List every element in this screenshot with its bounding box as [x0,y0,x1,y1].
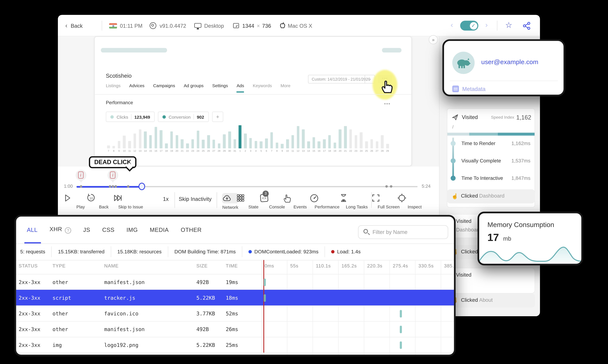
chart-bar-slot: 23 [190,124,195,153]
metadata-row[interactable]: Metadata [452,86,486,92]
network-tab-img[interactable]: IMG [127,226,138,233]
request-row[interactable]: 2xx-3xxotherfavicon.ico3.77KB52ms [16,306,454,321]
collapse-sidebar-icon[interactable]: » [429,35,438,44]
inspect-button[interactable]: Inspect [397,193,432,209]
chart-bar [218,143,220,148]
chart-x-label: 27 [376,150,378,153]
chart-bar [181,139,183,148]
page-tab-more[interactable]: More [281,83,290,92]
waterfall-tick: 220.3s [367,263,382,268]
request-row[interactable]: 2xx-3xxothermanifest.json492B26ms [16,321,454,337]
chart-bar [270,132,273,148]
chart-bar [370,139,373,148]
chart-bar-slot: 28 [380,124,385,153]
chart-bar [197,130,199,148]
speed-index-value: 1,162 [516,114,531,120]
request-row[interactable]: 2xx-3xxscripttracker.js5.22KB18ms [16,290,454,305]
page-tab-ads[interactable]: Ads [237,83,244,92]
autoplay-toggle[interactable]: ✓ [460,21,478,31]
chart-x-label: 12 [133,150,136,153]
metric-chip-clicks[interactable]: Clicks123,949 [106,112,155,122]
network-stat: 15.15KB: transferred [52,246,111,257]
date-range-dropdown[interactable]: Custom: 14/12/2019 - 21/01/2020 ⌄ [308,75,375,83]
network-stat: 5: requests [16,246,52,257]
network-tab-xhr[interactable]: XHR? [50,226,71,234]
metric-value: 123,949 [134,114,150,119]
stat-text: 15.18KB: resources [117,246,162,257]
back-button[interactable]: Back [71,23,83,29]
event-item-clicked[interactable]: ☝ClickedDashboard [447,189,535,203]
request-row[interactable]: 2xx-3xximglogo192.png5.22KB25ms [16,337,454,352]
chart-x-label: 20 [176,150,178,153]
user-card[interactable]: user@example.com Metadata [442,39,565,96]
skip-to-issue-button[interactable]: Skip to Issue [113,193,148,209]
chart-bar [149,135,152,148]
page-tab-campaigns[interactable]: Campaigns [153,83,175,92]
network-tab-other[interactable]: OTHER [181,226,202,233]
page-tab-ad-groups[interactable]: Ad groups [184,83,204,92]
request-cell: favicon.ico [104,310,139,317]
favorite-star-icon[interactable]: ☆ [505,20,512,30]
next-session-icon[interactable]: › [485,21,488,29]
page-tab-keywords[interactable]: Keywords [253,83,272,92]
waterfall-tick: 0ms [265,263,274,268]
network-tab-css[interactable]: CSS [102,226,115,233]
chart-bar [112,146,115,148]
divider [16,260,454,260]
add-metric-button[interactable]: + [212,112,223,122]
network-tab-js[interactable]: JS [83,226,90,233]
waterfall-bar [400,326,402,333]
memory-sparkline [479,241,581,264]
resolution-icon [233,23,239,28]
issue-marker-pin[interactable]: i [76,170,86,181]
chart-x-label: 19 [333,150,336,153]
chart-x-label: 30 [228,150,231,153]
chart-bar-slot: 1 [237,124,243,153]
waterfall-tick: 55s [290,263,298,268]
chart-bar-slot: 20 [174,124,180,153]
request-row[interactable]: 2xx-3xxothermanifest.json492B19ms [16,274,454,290]
metric-value: 902 [197,114,204,119]
page-tab-advices[interactable]: Advices [129,83,144,92]
page-tab-settings[interactable]: Settings [212,83,228,92]
playhead-handle[interactable] [139,183,145,190]
load-event-line [263,260,264,353]
section-menu-icon[interactable]: ••• [384,101,391,107]
event-item-visited[interactable]: Visited [447,268,535,294]
network-tab-all[interactable]: ALL [27,226,38,233]
chart-bar [376,141,378,148]
screenshot-root: ‹ Back 01:11 PM v91.0.4472 Desktop 1344 … [0,0,608,364]
visited-path: / [452,124,453,129]
issue-marker-pin[interactable]: i [108,170,118,181]
share-icon[interactable] [523,22,531,30]
console-badge: 3 [262,191,269,197]
divider [450,81,558,81]
page-tab-listings[interactable]: Listings [106,83,120,92]
stat-text: DOM Building Time: 871ms [174,246,236,257]
chart-bar-slot: 23 [353,124,359,153]
chart-bar [365,141,368,148]
skip-icon [113,193,148,203]
filter-input[interactable] [373,226,445,238]
chart-x-label: 22 [186,150,189,153]
network-filter-tabs: ALLXHR?JSCSSIMGMEDIAOTHER [27,226,202,234]
network-tab-media[interactable]: MEDIA [150,226,169,233]
prev-session-icon[interactable]: ‹ [451,21,453,29]
playback-speed-button[interactable]: 1x [163,196,169,202]
timeline-event-dot [115,185,117,188]
timeline-event-dot [109,185,111,188]
request-cell: other [52,326,68,332]
skip-inactivity-button[interactable]: Skip Inactivity [179,196,212,202]
chart-bar-slot: 16 [153,124,158,153]
long-tasks-panel-button[interactable]: Long Tasks [339,193,375,209]
chart-bar-slot: 4 [253,124,259,153]
apple-icon [279,22,286,29]
waterfall-tick: 165.2s [341,263,357,268]
chart-bar [249,138,252,148]
chart-x-label: 26 [207,150,210,153]
chevron-left-icon: ‹ [65,22,67,29]
chart-x-label: 7 [108,150,109,153]
metric-chip-conversion[interactable]: Conversion902 [158,112,209,122]
chart-x-label: 23 [355,150,357,153]
event-item-clicked[interactable]: ☝ClickedAbout [447,294,535,308]
